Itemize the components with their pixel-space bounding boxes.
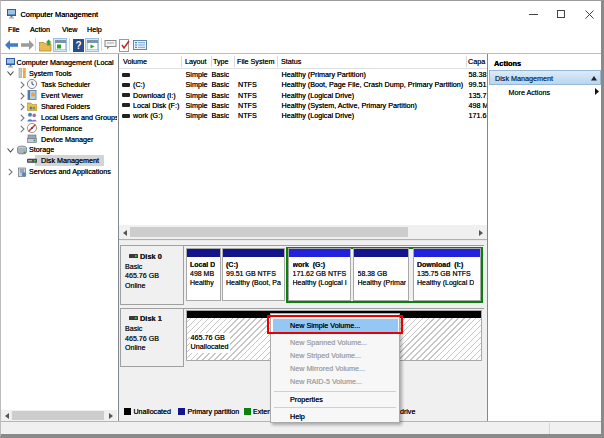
svg-text:?: ?: [75, 40, 81, 51]
